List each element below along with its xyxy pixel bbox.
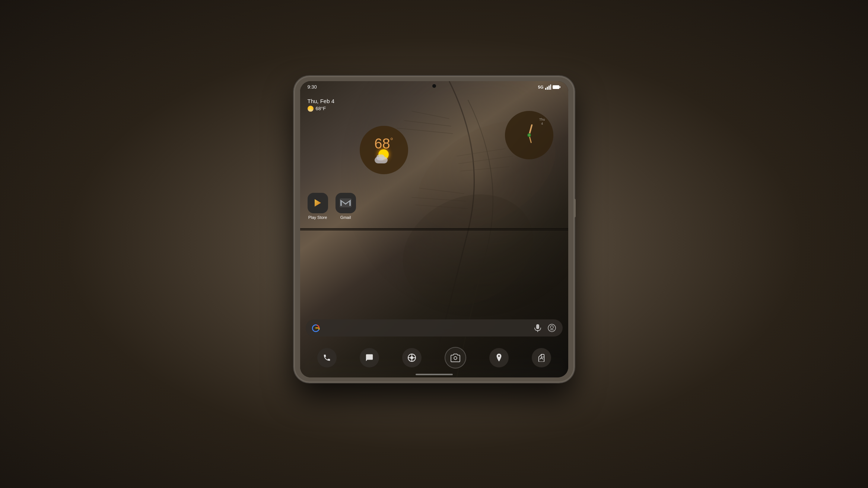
play-store-label: Play Store <box>308 215 327 220</box>
dock-phone[interactable] <box>317 348 337 367</box>
play-store-icon[interactable] <box>308 193 328 213</box>
weather-temp-small-row: 68°F <box>308 106 335 112</box>
svg-point-23 <box>498 355 500 357</box>
svg-rect-13 <box>548 324 556 332</box>
weather-date: Thu, Feb 4 <box>308 98 335 104</box>
svg-rect-7 <box>553 85 559 89</box>
network-label: 5G <box>538 85 544 89</box>
files-icon <box>537 354 546 362</box>
messages-icon <box>365 354 373 362</box>
svg-point-22 <box>454 357 457 360</box>
status-time: 9:30 <box>308 84 317 90</box>
chrome-icon <box>407 353 416 362</box>
status-icons: 5G <box>538 84 561 90</box>
dock-maps[interactable] <box>489 348 509 367</box>
side-button[interactable] <box>574 199 576 217</box>
search-lens-icon[interactable] <box>547 323 557 333</box>
svg-rect-4 <box>547 87 548 90</box>
dock-messages[interactable] <box>360 348 379 367</box>
home-indicator <box>416 374 453 375</box>
screen: 9:30 5G <box>300 81 568 377</box>
phone-icon <box>323 354 331 362</box>
sun-icon-small <box>308 106 314 112</box>
weather-temp-display: 68° <box>374 137 393 151</box>
camera-icon <box>451 353 460 362</box>
device-container: 9:30 5G <box>295 77 574 382</box>
clock-widget[interactable]: Thu4 <box>505 111 553 159</box>
device-frame: 9:30 5G <box>295 77 574 382</box>
temp-small-text: 68°F <box>316 106 326 111</box>
svg-point-14 <box>550 326 553 329</box>
gmail-label: Gmail <box>340 215 351 220</box>
camera-notch <box>432 84 436 88</box>
maps-icon <box>495 353 503 362</box>
clock-center-dot <box>527 133 531 137</box>
dock-camera[interactable] <box>445 347 466 369</box>
gmail-m-icon <box>340 198 352 207</box>
svg-rect-3 <box>545 88 546 90</box>
signal-icon <box>545 84 551 90</box>
svg-rect-6 <box>550 84 551 90</box>
dock-files[interactable] <box>532 348 551 367</box>
weather-sun-cloud <box>375 149 393 163</box>
weather-date-info: Thu, Feb 4 68°F <box>308 98 335 112</box>
fold-crease <box>300 228 568 230</box>
svg-rect-11 <box>536 324 539 329</box>
svg-point-17 <box>410 356 413 359</box>
weather-widget[interactable]: 68° <box>360 126 408 174</box>
dock-chrome[interactable] <box>402 348 422 367</box>
google-g-icon <box>312 324 320 332</box>
battery-icon <box>553 85 561 89</box>
svg-rect-5 <box>549 86 550 90</box>
svg-rect-8 <box>559 86 560 88</box>
dock <box>306 345 563 371</box>
search-bar[interactable] <box>306 319 563 337</box>
play-triangle-icon <box>313 198 322 208</box>
gmail-icon[interactable] <box>336 193 356 213</box>
search-mic-icon[interactable] <box>533 323 543 333</box>
clock-face <box>512 118 546 152</box>
